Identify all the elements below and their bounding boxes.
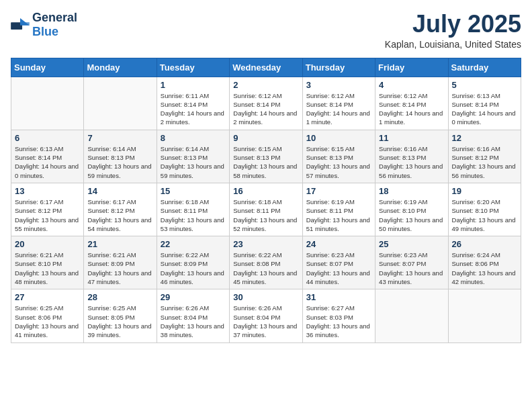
calendar-cell: 1Sunrise: 6:11 AMSunset: 8:14 PMDaylight… xyxy=(157,77,229,130)
day-number: 20 xyxy=(15,239,80,249)
calendar-cell: 19Sunrise: 6:20 AMSunset: 8:10 PMDayligh… xyxy=(448,183,521,236)
day-number: 27 xyxy=(15,292,80,302)
calendar-cell: 23Sunrise: 6:22 AMSunset: 8:08 PMDayligh… xyxy=(230,236,302,289)
day-number: 9 xyxy=(233,133,298,143)
calendar-week-row: 13Sunrise: 6:17 AMSunset: 8:12 PMDayligh… xyxy=(11,183,521,236)
calendar-cell xyxy=(375,289,448,342)
day-info: Sunrise: 6:26 AMSunset: 8:04 PMDaylight:… xyxy=(233,304,298,339)
day-number: 14 xyxy=(87,186,152,196)
calendar-cell: 25Sunrise: 6:23 AMSunset: 8:07 PMDayligh… xyxy=(375,236,448,289)
day-info: Sunrise: 6:17 AMSunset: 8:12 PMDaylight:… xyxy=(15,197,80,233)
day-number: 13 xyxy=(15,186,80,196)
day-number: 24 xyxy=(306,239,371,249)
day-info: Sunrise: 6:16 AMSunset: 8:13 PMDaylight:… xyxy=(379,144,444,180)
weekday-header: Friday xyxy=(375,58,448,77)
day-number: 7 xyxy=(87,133,152,143)
logo-icon xyxy=(11,18,30,32)
calendar-cell: 17Sunrise: 6:19 AMSunset: 8:11 PMDayligh… xyxy=(302,183,375,236)
day-number: 10 xyxy=(306,133,371,143)
calendar-cell: 29Sunrise: 6:26 AMSunset: 8:04 PMDayligh… xyxy=(157,289,229,342)
weekday-header: Tuesday xyxy=(157,58,229,77)
calendar-week-row: 27Sunrise: 6:25 AMSunset: 8:06 PMDayligh… xyxy=(11,289,521,342)
day-number: 21 xyxy=(87,239,152,249)
calendar-cell: 16Sunrise: 6:18 AMSunset: 8:11 PMDayligh… xyxy=(230,183,302,236)
day-number: 3 xyxy=(306,80,371,90)
day-info: Sunrise: 6:18 AMSunset: 8:11 PMDaylight:… xyxy=(233,197,298,233)
calendar-cell: 9Sunrise: 6:15 AMSunset: 8:13 PMDaylight… xyxy=(230,130,302,183)
calendar-cell: 7Sunrise: 6:14 AMSunset: 8:13 PMDaylight… xyxy=(84,130,157,183)
day-info: Sunrise: 6:12 AMSunset: 8:14 PMDaylight:… xyxy=(379,91,444,127)
day-info: Sunrise: 6:12 AMSunset: 8:14 PMDaylight:… xyxy=(306,91,371,127)
day-number: 25 xyxy=(379,239,444,249)
day-info: Sunrise: 6:25 AMSunset: 8:05 PMDaylight:… xyxy=(87,304,152,339)
day-number: 18 xyxy=(379,186,444,196)
svg-rect-2 xyxy=(22,22,30,26)
day-info: Sunrise: 6:19 AMSunset: 8:10 PMDaylight:… xyxy=(379,197,444,233)
day-info: Sunrise: 6:16 AMSunset: 8:12 PMDaylight:… xyxy=(452,144,517,180)
calendar-cell: 2Sunrise: 6:12 AMSunset: 8:14 PMDaylight… xyxy=(230,77,302,130)
logo: General Blue xyxy=(11,11,77,39)
calendar-cell: 22Sunrise: 6:22 AMSunset: 8:09 PMDayligh… xyxy=(157,236,229,289)
day-number: 11 xyxy=(379,133,444,143)
day-number: 2 xyxy=(233,80,298,90)
weekday-header: Saturday xyxy=(448,58,521,77)
calendar-cell: 4Sunrise: 6:12 AMSunset: 8:14 PMDaylight… xyxy=(375,77,448,130)
weekday-header: Wednesday xyxy=(230,58,302,77)
day-info: Sunrise: 6:23 AMSunset: 8:07 PMDaylight:… xyxy=(379,250,444,286)
logo-text: General Blue xyxy=(32,11,77,39)
day-info: Sunrise: 6:22 AMSunset: 8:08 PMDaylight:… xyxy=(233,250,298,286)
day-number: 19 xyxy=(452,186,517,196)
weekday-header: Thursday xyxy=(302,58,375,77)
day-number: 29 xyxy=(161,292,226,302)
calendar-week-row: 6Sunrise: 6:13 AMSunset: 8:14 PMDaylight… xyxy=(11,130,521,183)
day-info: Sunrise: 6:27 AMSunset: 8:03 PMDaylight:… xyxy=(306,304,371,339)
calendar-cell: 14Sunrise: 6:17 AMSunset: 8:12 PMDayligh… xyxy=(84,183,157,236)
day-number: 17 xyxy=(306,186,371,196)
day-number: 6 xyxy=(15,133,80,143)
calendar-cell: 11Sunrise: 6:16 AMSunset: 8:13 PMDayligh… xyxy=(375,130,448,183)
day-info: Sunrise: 6:13 AMSunset: 8:14 PMDaylight:… xyxy=(15,144,80,180)
day-info: Sunrise: 6:19 AMSunset: 8:11 PMDaylight:… xyxy=(306,197,371,233)
calendar-week-row: 20Sunrise: 6:21 AMSunset: 8:10 PMDayligh… xyxy=(11,236,521,289)
month-title: July 2025 xyxy=(385,11,521,38)
day-number: 30 xyxy=(233,292,298,302)
calendar-cell: 5Sunrise: 6:13 AMSunset: 8:14 PMDaylight… xyxy=(448,77,521,130)
calendar-cell: 12Sunrise: 6:16 AMSunset: 8:12 PMDayligh… xyxy=(448,130,521,183)
calendar-cell: 30Sunrise: 6:26 AMSunset: 8:04 PMDayligh… xyxy=(230,289,302,342)
calendar-cell: 28Sunrise: 6:25 AMSunset: 8:05 PMDayligh… xyxy=(84,289,157,342)
calendar-cell: 21Sunrise: 6:21 AMSunset: 8:09 PMDayligh… xyxy=(84,236,157,289)
calendar-cell: 31Sunrise: 6:27 AMSunset: 8:03 PMDayligh… xyxy=(302,289,375,342)
calendar-cell: 10Sunrise: 6:15 AMSunset: 8:13 PMDayligh… xyxy=(302,130,375,183)
day-number: 16 xyxy=(233,186,298,196)
calendar-cell: 8Sunrise: 6:14 AMSunset: 8:13 PMDaylight… xyxy=(157,130,229,183)
day-info: Sunrise: 6:15 AMSunset: 8:13 PMDaylight:… xyxy=(233,144,298,180)
calendar-cell: 20Sunrise: 6:21 AMSunset: 8:10 PMDayligh… xyxy=(11,236,84,289)
day-info: Sunrise: 6:22 AMSunset: 8:09 PMDaylight:… xyxy=(161,250,226,286)
day-number: 22 xyxy=(161,239,226,249)
day-info: Sunrise: 6:17 AMSunset: 8:12 PMDaylight:… xyxy=(87,197,152,233)
calendar-cell: 3Sunrise: 6:12 AMSunset: 8:14 PMDaylight… xyxy=(302,77,375,130)
day-number: 23 xyxy=(233,239,298,249)
calendar-cell: 18Sunrise: 6:19 AMSunset: 8:10 PMDayligh… xyxy=(375,183,448,236)
location: Kaplan, Louisiana, United States xyxy=(385,39,521,50)
weekday-header: Sunday xyxy=(11,58,84,77)
day-number: 15 xyxy=(161,186,226,196)
day-number: 12 xyxy=(452,133,517,143)
day-info: Sunrise: 6:18 AMSunset: 8:11 PMDaylight:… xyxy=(161,197,226,233)
calendar-cell xyxy=(84,77,157,130)
weekday-header-row: SundayMondayTuesdayWednesdayThursdayFrid… xyxy=(11,58,521,77)
calendar-cell: 27Sunrise: 6:25 AMSunset: 8:06 PMDayligh… xyxy=(11,289,84,342)
day-info: Sunrise: 6:13 AMSunset: 8:14 PMDaylight:… xyxy=(452,91,517,127)
day-info: Sunrise: 6:23 AMSunset: 8:07 PMDaylight:… xyxy=(306,250,371,286)
day-info: Sunrise: 6:25 AMSunset: 8:06 PMDaylight:… xyxy=(15,304,80,339)
weekday-header: Monday xyxy=(84,58,157,77)
logo-general: General xyxy=(32,11,77,24)
logo-blue: Blue xyxy=(32,25,58,38)
calendar-cell: 15Sunrise: 6:18 AMSunset: 8:11 PMDayligh… xyxy=(157,183,229,236)
day-info: Sunrise: 6:26 AMSunset: 8:04 PMDaylight:… xyxy=(161,304,226,339)
day-info: Sunrise: 6:11 AMSunset: 8:14 PMDaylight:… xyxy=(161,91,226,127)
day-info: Sunrise: 6:21 AMSunset: 8:10 PMDaylight:… xyxy=(15,250,80,286)
day-info: Sunrise: 6:20 AMSunset: 8:10 PMDaylight:… xyxy=(452,197,517,233)
day-number: 8 xyxy=(161,133,226,143)
calendar-table: SundayMondayTuesdayWednesdayThursdayFrid… xyxy=(11,58,521,343)
